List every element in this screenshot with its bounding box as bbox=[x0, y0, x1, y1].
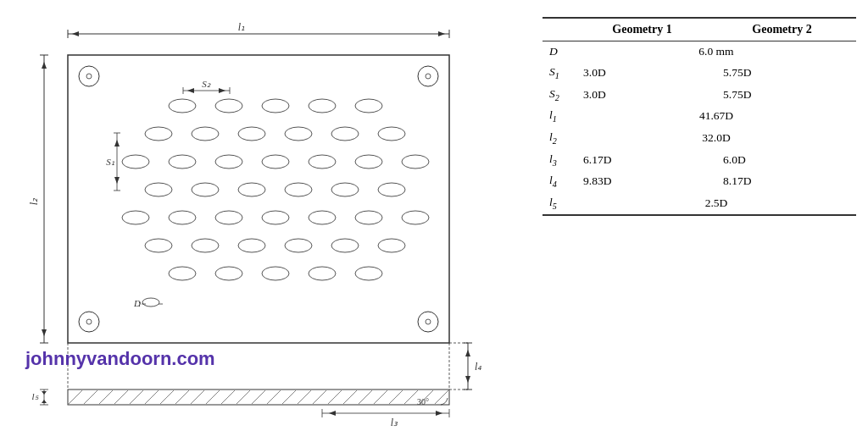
svg-line-93 bbox=[114, 390, 129, 405]
value-S1-g1: 3.0D bbox=[576, 62, 716, 84]
watermark-text: johnnyvandoorn.com bbox=[25, 348, 215, 370]
svg-line-94 bbox=[129, 390, 144, 405]
value-l2-combined: 32.0D bbox=[576, 127, 856, 149]
svg-line-100 bbox=[220, 390, 236, 405]
table-row: D 6.0 mm bbox=[542, 41, 856, 63]
table-header-row: Geometry 1 Geometry 2 bbox=[542, 18, 856, 41]
value-S2-g2: 5.75D bbox=[716, 84, 856, 106]
svg-text::: : bbox=[138, 298, 141, 308]
value-l4-g2: 8.17D bbox=[716, 170, 856, 192]
svg-line-102 bbox=[251, 390, 266, 405]
param-l5: l5 bbox=[542, 192, 576, 215]
svg-marker-65 bbox=[42, 62, 47, 69]
table-row: l1 41.67D bbox=[542, 105, 856, 127]
svg-marker-60 bbox=[438, 31, 445, 36]
col-geometry2-header: Geometry 2 bbox=[716, 18, 856, 41]
svg-text:l₁: l₁ bbox=[238, 21, 245, 33]
param-l2: l2 bbox=[542, 127, 576, 149]
table-row: l3 6.17D 6.0D bbox=[542, 149, 856, 171]
value-S1-g2: 5.75D bbox=[716, 62, 856, 84]
svg-text:S₁: S₁ bbox=[106, 157, 114, 167]
svg-line-91 bbox=[83, 390, 98, 405]
param-l3: l3 bbox=[542, 149, 576, 171]
svg-marker-125 bbox=[42, 391, 47, 395]
svg-text:l₄: l₄ bbox=[475, 361, 481, 373]
svg-line-108 bbox=[342, 390, 358, 405]
svg-marker-126 bbox=[42, 400, 47, 403]
svg-line-99 bbox=[205, 390, 220, 405]
value-l1-combined: 41.67D bbox=[576, 105, 856, 127]
svg-line-103 bbox=[266, 390, 281, 405]
svg-marker-84 bbox=[465, 376, 470, 383]
svg-line-92 bbox=[98, 390, 114, 405]
svg-line-106 bbox=[312, 390, 327, 405]
table-row: l4 9.83D 8.17D bbox=[542, 170, 856, 192]
svg-line-104 bbox=[281, 390, 297, 405]
svg-line-96 bbox=[159, 390, 175, 405]
param-S2: S2 bbox=[542, 84, 576, 106]
drawing-panel: D : l₁ l₂ S₂ bbox=[0, 0, 526, 442]
svg-line-97 bbox=[175, 390, 190, 405]
value-l3-g1: 6.17D bbox=[576, 149, 716, 171]
value-l5-combined: 2.5D bbox=[576, 192, 856, 215]
svg-marker-120 bbox=[436, 411, 442, 416]
value-l3-g2: 6.0D bbox=[716, 149, 856, 171]
data-table-panel: Geometry 1 Geometry 2 D 6.0 mm S1 3.0D 5… bbox=[526, 0, 868, 442]
svg-line-114 bbox=[434, 390, 449, 405]
svg-marker-59 bbox=[72, 31, 79, 36]
svg-line-95 bbox=[144, 390, 159, 405]
svg-line-110 bbox=[373, 390, 388, 405]
table-row: S2 3.0D 5.75D bbox=[542, 84, 856, 106]
col-geometry1-header: Geometry 1 bbox=[576, 18, 716, 41]
svg-marker-83 bbox=[465, 350, 470, 356]
svg-line-107 bbox=[327, 390, 342, 405]
svg-text:30°: 30° bbox=[417, 397, 429, 406]
svg-text:l₂: l₂ bbox=[28, 197, 40, 205]
value-D-combined: 6.0 mm bbox=[576, 41, 856, 63]
svg-text:S₂: S₂ bbox=[202, 79, 211, 89]
table-row: S1 3.0D 5.75D bbox=[542, 62, 856, 84]
svg-rect-0 bbox=[68, 55, 449, 343]
param-S1: S1 bbox=[542, 62, 576, 84]
param-D: D bbox=[542, 41, 576, 63]
svg-line-105 bbox=[297, 390, 312, 405]
svg-text:l₃: l₃ bbox=[391, 417, 398, 428]
col-param-header bbox=[542, 18, 576, 41]
svg-line-101 bbox=[236, 390, 251, 405]
svg-marker-66 bbox=[42, 329, 47, 336]
param-l4: l4 bbox=[542, 170, 576, 192]
value-l4-g1: 9.83D bbox=[576, 170, 716, 192]
table-row: l5 2.5D bbox=[542, 192, 856, 215]
param-l1: l1 bbox=[542, 105, 576, 127]
geometry-table: Geometry 1 Geometry 2 D 6.0 mm S1 3.0D 5… bbox=[542, 17, 856, 216]
technical-drawing: D : l₁ l₂ S₂ bbox=[25, 8, 509, 440]
svg-line-111 bbox=[388, 390, 403, 405]
svg-line-90 bbox=[68, 390, 83, 405]
svg-line-98 bbox=[190, 390, 205, 405]
svg-marker-119 bbox=[329, 411, 336, 416]
value-S2-g1: 3.0D bbox=[576, 84, 716, 106]
svg-line-109 bbox=[358, 390, 373, 405]
svg-text:l₅: l₅ bbox=[31, 391, 38, 401]
table-row: l2 32.0D bbox=[542, 127, 856, 149]
